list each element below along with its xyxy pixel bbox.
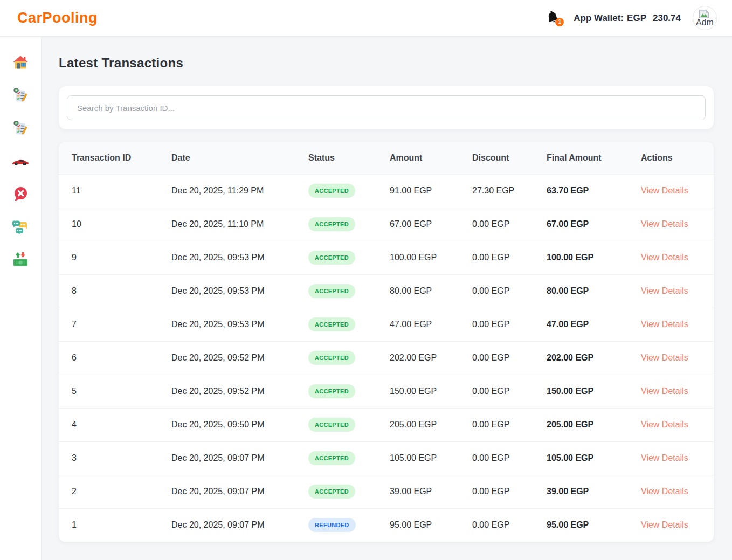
table-row: 11 Dec 20, 2025, 11:29 PM ACCEPTED 91.00… (59, 174, 714, 208)
cell-final-amount: 95.00 EGP (547, 508, 641, 542)
cell-amount: 91.00 EGP (390, 174, 472, 208)
cell-actions: View Details (641, 308, 714, 341)
cell-amount: 100.00 EGP (390, 241, 472, 274)
transactions-tbody: 11 Dec 20, 2025, 11:29 PM ACCEPTED 91.00… (59, 174, 714, 542)
cell-date: Dec 20, 2025, 09:07 PM (171, 508, 308, 542)
table-row: 2 Dec 20, 2025, 09:07 PM ACCEPTED 39.00 … (59, 475, 714, 508)
cell-status: REFUNDED (308, 508, 390, 542)
sidebar-item-home[interactable] (10, 54, 31, 72)
notification-count-badge: 1 (555, 18, 564, 26)
search-input[interactable] (67, 95, 706, 120)
cell-final-amount: 100.00 EGP (547, 241, 641, 274)
cell-date: Dec 20, 2025, 09:53 PM (171, 308, 308, 341)
col-amount: Amount (390, 142, 472, 174)
view-details-link[interactable]: View Details (641, 487, 688, 496)
view-details-link[interactable]: View Details (641, 253, 688, 262)
sidebar-item-ride-requests[interactable] (10, 87, 31, 105)
col-transaction-id: Transaction ID (59, 142, 171, 174)
sidebar-item-completed-rides[interactable] (10, 120, 31, 138)
sidebar-item-chats[interactable] (10, 218, 31, 237)
transactions-table-card: Transaction ID Date Status Amount Discou… (59, 142, 714, 542)
sidebar-item-transactions[interactable] (10, 251, 31, 269)
cell-status: ACCEPTED (308, 308, 390, 341)
money-transfer-icon (11, 251, 30, 270)
avatar-alt-text: Adm (696, 18, 714, 27)
cell-transaction-id: 11 (59, 174, 171, 208)
cell-actions: View Details (641, 274, 714, 308)
col-status: Status (308, 142, 390, 174)
sidebar (0, 37, 42, 560)
wallet-amount: 230.74 (653, 13, 681, 24)
view-details-link[interactable]: View Details (641, 520, 688, 529)
status-badge: ACCEPTED (308, 217, 355, 231)
notifications-button[interactable]: 1 (545, 10, 562, 27)
cell-transaction-id: 2 (59, 475, 171, 508)
cell-discount: 0.00 EGP (472, 508, 547, 542)
col-date: Date (171, 142, 308, 174)
cell-date: Dec 20, 2025, 09:52 PM (171, 341, 308, 375)
cell-discount: 0.00 EGP (472, 208, 547, 241)
wallet-label: App Wallet: (574, 13, 624, 24)
view-details-link[interactable]: View Details (641, 186, 688, 195)
cell-amount: 205.00 EGP (390, 408, 472, 441)
table-row: 3 Dec 20, 2025, 09:07 PM ACCEPTED 105.00… (59, 441, 714, 475)
cell-transaction-id: 6 (59, 341, 171, 375)
chat-bubbles-icon (11, 218, 30, 237)
cell-amount: 80.00 EGP (390, 274, 472, 308)
view-details-link[interactable]: View Details (641, 420, 688, 429)
cell-final-amount: 205.00 EGP (547, 408, 641, 441)
cell-final-amount: 105.00 EGP (547, 441, 641, 475)
cell-date: Dec 20, 2025, 09:07 PM (171, 475, 308, 508)
status-badge: ACCEPTED (308, 251, 355, 265)
view-details-link[interactable]: View Details (641, 219, 688, 229)
cell-actions: View Details (641, 341, 714, 375)
status-badge: ACCEPTED (308, 284, 355, 298)
view-details-link[interactable]: View Details (641, 353, 688, 362)
avatar[interactable]: Adm (693, 6, 717, 30)
cell-date: Dec 20, 2025, 09:53 PM (171, 241, 308, 274)
cell-final-amount: 47.00 EGP (547, 308, 641, 341)
top-header: CarPooling 1 App Wallet: EGP 230.74 (0, 0, 732, 37)
cell-actions: View Details (641, 508, 714, 542)
cell-status: ACCEPTED (308, 208, 390, 241)
view-details-link[interactable]: View Details (641, 320, 688, 329)
status-badge: ACCEPTED (308, 485, 355, 499)
cell-amount: 95.00 EGP (390, 508, 472, 542)
cell-transaction-id: 4 (59, 408, 171, 441)
status-badge: ACCEPTED (308, 418, 355, 432)
cell-status: ACCEPTED (308, 375, 390, 408)
status-badge: ACCEPTED (308, 184, 355, 198)
cell-discount: 0.00 EGP (472, 274, 547, 308)
sidebar-item-vehicles[interactable] (10, 153, 31, 171)
cell-final-amount: 202.00 EGP (547, 341, 641, 375)
cell-actions: View Details (641, 375, 714, 408)
table-row: 7 Dec 20, 2025, 09:53 PM ACCEPTED 47.00 … (59, 308, 714, 341)
cell-final-amount: 80.00 EGP (547, 274, 641, 308)
cell-discount: 0.00 EGP (472, 241, 547, 274)
cell-date: Dec 20, 2025, 09:52 PM (171, 375, 308, 408)
cell-discount: 0.00 EGP (472, 308, 547, 341)
cancel-bubble-icon (12, 185, 29, 204)
cell-amount: 67.00 EGP (390, 208, 472, 241)
view-details-link[interactable]: View Details (641, 386, 688, 396)
page-title: Latest Transactions (59, 56, 714, 71)
view-details-link[interactable]: View Details (641, 286, 688, 295)
cell-final-amount: 67.00 EGP (547, 208, 641, 241)
checklist-gear-icon (12, 87, 29, 106)
table-row: 9 Dec 20, 2025, 09:53 PM ACCEPTED 100.00… (59, 241, 714, 274)
cell-actions: View Details (641, 208, 714, 241)
table-row: 5 Dec 20, 2025, 09:52 PM ACCEPTED 150.00… (59, 375, 714, 408)
cell-status: ACCEPTED (308, 274, 390, 308)
view-details-link[interactable]: View Details (641, 453, 688, 462)
cell-status: ACCEPTED (308, 441, 390, 475)
app-wallet-balance: App Wallet: EGP 230.74 (574, 13, 681, 24)
cell-transaction-id: 8 (59, 274, 171, 308)
cell-date: Dec 20, 2025, 11:10 PM (171, 208, 308, 241)
sidebar-item-cancellations[interactable] (10, 185, 31, 204)
cell-amount: 150.00 EGP (390, 375, 472, 408)
status-badge: ACCEPTED (308, 317, 355, 331)
cell-discount: 27.30 EGP (472, 174, 547, 208)
cell-final-amount: 63.70 EGP (547, 174, 641, 208)
app-logo: CarPooling (17, 10, 98, 26)
table-row: 6 Dec 20, 2025, 09:52 PM ACCEPTED 202.00… (59, 341, 714, 375)
